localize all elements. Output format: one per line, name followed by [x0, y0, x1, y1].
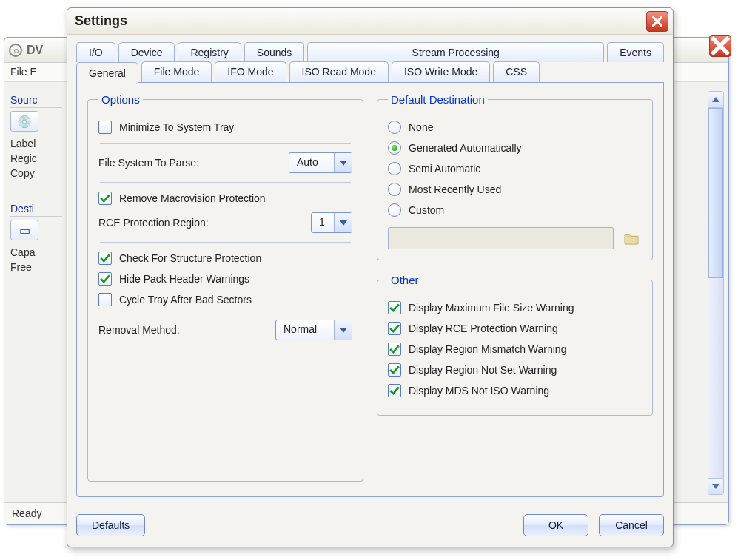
chevron-down-icon — [340, 328, 347, 333]
ok-button[interactable]: OK — [523, 514, 588, 536]
tab-io[interactable]: I/O — [76, 42, 115, 62]
other-option: Display Region Mismatch Warning — [388, 343, 642, 356]
tab-events[interactable]: Events — [607, 42, 664, 62]
fs-parse-select[interactable]: Auto — [289, 152, 352, 173]
cancel-button[interactable]: Cancel — [599, 514, 664, 536]
destination-radio[interactable] — [388, 121, 401, 134]
divider — [100, 143, 351, 144]
other-option: Display Region Not Set Warning — [388, 363, 642, 377]
other-checkbox[interactable] — [388, 363, 401, 377]
dialog-titlebar[interactable]: Settings — [67, 8, 673, 35]
other-option-label: Display MDS Not ISO Warning — [409, 385, 549, 397]
tab-panel-general: Options Minimize To System Tray File Sys… — [76, 83, 664, 497]
settings-dialog: Settings I/O Device Registry Sounds Stre… — [67, 7, 674, 547]
removal-value: Normal — [276, 320, 334, 340]
other-option-label: Display RCE Protection Warning — [409, 323, 558, 334]
hide-pack-row: Hide Pack Header Warnings — [98, 272, 352, 286]
hide-pack-checkbox[interactable] — [98, 272, 112, 286]
rce-value: 1 — [312, 213, 334, 232]
destination-option: Custom — [388, 203, 642, 217]
check-icon — [389, 303, 400, 313]
destination-radio[interactable] — [388, 162, 401, 175]
other-checkbox[interactable] — [388, 343, 401, 356]
rce-label: RCE Protection Region: — [98, 217, 303, 229]
sidebar-source-heading: Sourc — [10, 94, 62, 108]
other-checkbox[interactable] — [388, 301, 401, 314]
tab-sounds[interactable]: Sounds — [244, 42, 304, 62]
browse-button[interactable] — [621, 229, 642, 247]
destination-option-label: Custom — [409, 204, 444, 216]
destination-option-label: Generated Automatically — [409, 142, 522, 154]
tab-registry[interactable]: Registry — [178, 42, 241, 62]
scroll-down-button[interactable] — [708, 478, 723, 494]
destination-option: Semi Automatic — [388, 162, 642, 175]
defaults-button[interactable]: Defaults — [76, 514, 145, 536]
dest-drive-icon[interactable]: ▭ — [10, 220, 38, 240]
check-icon — [389, 344, 400, 354]
removal-select[interactable]: Normal — [275, 320, 352, 340]
other-option-label: Display Region Mismatch Warning — [409, 343, 566, 355]
tab-stream-processing[interactable]: Stream Processing — [307, 42, 604, 62]
scroll-thumb[interactable] — [708, 108, 723, 278]
close-icon — [710, 36, 731, 56]
radio-dot-icon — [392, 145, 397, 151]
other-option-label: Display Region Not Set Warning — [409, 364, 557, 376]
destination-path-input[interactable] — [388, 227, 614, 249]
destination-group: Default Destination NoneGenerated Automa… — [377, 93, 653, 260]
parent-close-button[interactable] — [709, 35, 731, 57]
minimize-tray-checkbox[interactable] — [98, 121, 112, 134]
other-checkbox[interactable] — [388, 322, 401, 335]
sidebar-label: Copy — [10, 167, 62, 179]
other-option-label: Display Maximum File Size Warning — [409, 302, 574, 314]
destination-radio[interactable] — [388, 203, 401, 217]
chk-struct-row: Check For Structure Protection — [98, 252, 352, 265]
dropdown-button[interactable] — [334, 213, 352, 232]
chk-struct-checkbox[interactable] — [98, 252, 112, 265]
dialog-body: I/O Device Registry Sounds Stream Proces… — [67, 35, 673, 497]
tab-iso-read-mode[interactable]: ISO Read Mode — [289, 61, 389, 83]
dropdown-button[interactable] — [334, 153, 352, 172]
check-icon — [389, 323, 400, 334]
removal-row: Removal Method: Normal — [98, 320, 352, 340]
sidebar-label: Free — [10, 261, 62, 273]
destination-option: Most Recently Used — [388, 183, 642, 196]
parent-scrollbar[interactable] — [708, 91, 724, 495]
destination-radio[interactable] — [388, 141, 401, 155]
other-option: Display MDS Not ISO Warning — [388, 384, 642, 397]
destination-option: None — [388, 121, 642, 134]
tab-device[interactable]: Device — [118, 42, 175, 62]
dialog-close-button[interactable] — [646, 11, 668, 32]
other-option: Display RCE Protection Warning — [388, 322, 642, 335]
tab-iso-write-mode[interactable]: ISO Write Mode — [392, 61, 490, 83]
sidebar-label: Capa — [10, 246, 62, 258]
tab-ifo-mode[interactable]: IFO Mode — [215, 61, 286, 83]
parent-title: DV — [27, 44, 43, 57]
minimize-tray-label: Minimize To System Tray — [119, 121, 234, 133]
scroll-up-button[interactable] — [708, 92, 723, 108]
options-legend: Options — [98, 93, 143, 106]
check-icon — [100, 253, 110, 263]
check-icon — [389, 385, 400, 396]
arrow-down-icon — [712, 484, 719, 489]
tabs-row-1: I/O Device Registry Sounds Stream Proces… — [76, 42, 664, 62]
rce-select[interactable]: 1 — [311, 212, 352, 233]
tab-file-mode[interactable]: File Mode — [141, 61, 212, 83]
destination-option: Generated Automatically — [388, 141, 642, 155]
close-icon — [652, 16, 662, 27]
destination-legend: Default Destination — [388, 93, 488, 106]
source-drive-icon[interactable]: 💿 — [10, 111, 38, 132]
tab-css[interactable]: CSS — [493, 61, 540, 83]
destination-radio[interactable] — [388, 183, 401, 196]
parent-sidebar: Sourc 💿 Label Regic Copy Desti ▭ Capa Fr… — [10, 91, 62, 276]
remove-macro-checkbox[interactable] — [98, 192, 112, 205]
dialog-buttonbar: Defaults OK Cancel — [76, 514, 664, 536]
cycle-tray-checkbox[interactable] — [98, 293, 112, 306]
hide-pack-label: Hide Pack Header Warnings — [119, 273, 249, 285]
other-checkbox[interactable] — [388, 384, 401, 397]
dropdown-button[interactable] — [334, 320, 352, 340]
right-column: Default Destination NoneGenerated Automa… — [377, 93, 653, 482]
arrow-up-icon — [712, 97, 719, 102]
tab-general[interactable]: General — [76, 62, 138, 84]
destination-path-row — [388, 227, 642, 249]
tabs: I/O Device Registry Sounds Stream Proces… — [76, 42, 664, 497]
